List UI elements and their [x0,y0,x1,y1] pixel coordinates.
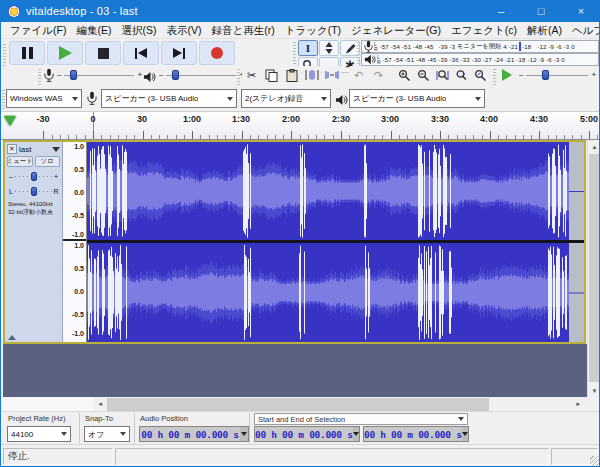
slider-track[interactable] [15,172,52,181]
chevron-down-icon[interactable] [240,427,248,441]
waveform-area[interactable] [87,142,584,342]
selection-tool-button[interactable]: I [298,40,318,56]
gain-slider[interactable]: – + [5,170,62,183]
pause-button[interactable] [9,41,45,65]
minimize-button[interactable]: – [481,0,521,22]
project-rate-dropdown[interactable]: 44100 [7,426,71,442]
play-button[interactable] [47,41,83,65]
play-speed-slider[interactable]: – + [519,66,596,84]
horizontal-scrollbar-thumb[interactable] [107,398,489,411]
cut-button[interactable]: ✂ [242,66,261,84]
selection-mode-dropdown[interactable]: Start and End of Selection [254,413,468,425]
playback-volume-slider[interactable]: – + [159,66,244,84]
slider-track[interactable] [526,70,588,80]
recording-volume-slider[interactable]: – + [57,66,142,84]
slider-knob[interactable] [542,70,549,80]
menu-item[interactable]: 編集(E) [71,22,116,38]
slider-knob[interactable] [31,187,37,196]
zoom-fit-button[interactable] [452,66,471,84]
audio-position-field[interactable]: 00 h 00 m 00.000 s [139,426,249,442]
slider-track[interactable] [166,70,236,80]
toolbar-grip[interactable] [38,67,41,85]
track-collapse-button[interactable] [8,335,16,340]
scroll-up-button[interactable]: ▴ [588,140,600,153]
vertical-scrollbar-thumb[interactable] [589,154,600,382]
track-menu-chevron-icon[interactable] [52,147,60,152]
toolbar-grip[interactable] [493,67,496,85]
selection-end-field[interactable]: 00 h 00 m 00.000 s [363,426,469,442]
track-name[interactable]: last [19,145,52,154]
close-button[interactable]: × [561,0,600,22]
skip-to-end-button[interactable] [161,41,197,65]
skip-to-start-button[interactable] [123,41,159,65]
menu-item[interactable]: ジェネレーター(G) [346,22,446,38]
mute-button[interactable]: ミュート [7,156,33,167]
timeline-tick [415,135,416,139]
zoom-in-button[interactable] [395,66,414,84]
stop-button[interactable] [85,41,121,65]
solo-button[interactable]: ソロ [35,156,61,167]
audio-host-dropdown[interactable]: Windows WAS [6,89,82,108]
zoom-out-icon [417,69,430,82]
scroll-left-button[interactable]: ◂ [93,398,107,411]
chevron-down-icon[interactable] [353,427,359,441]
menu-item[interactable]: ファイル(F) [5,22,71,38]
menu-item[interactable]: 表示(V) [161,22,206,38]
horizontal-scrollbar-track[interactable] [107,398,571,411]
zoom-selection-button[interactable] [433,66,452,84]
paste-button[interactable] [282,66,301,84]
chevron-down-icon[interactable] [462,427,468,441]
slider-knob[interactable] [70,70,77,80]
toolbar-grip[interactable] [237,67,240,85]
gain-minus-label: – [8,173,14,180]
timeline-tick [597,135,598,139]
vertical-ruler-channel[interactable]: 1.00.50.0-0.5-1.0 [63,142,86,241]
slider-track[interactable] [64,70,134,80]
record-button[interactable] [199,41,235,65]
vertical-scrollbar[interactable]: ▴ ▾ [587,140,600,397]
track-close-button[interactable]: ✕ [7,144,17,154]
zoom-out-button[interactable] [414,66,433,84]
vertical-ruler-channel[interactable]: 1.00.50.0-0.5-1.0 [63,241,86,340]
menu-item[interactable]: 録音と再生(r) [206,22,279,38]
resize-grip[interactable] [590,456,600,466]
envelope-tool-button[interactable] [319,40,339,56]
slider-knob[interactable] [31,172,37,181]
horizontal-scrollbar[interactable]: ◂ ▸ [1,397,600,411]
redo-button[interactable]: ↷ [369,66,388,84]
trim-audio-button[interactable] [302,66,321,84]
pan-slider[interactable]: L R [5,185,62,198]
silence-audio-button[interactable] [322,66,341,84]
recording-meter[interactable]: LR -57 -54 -51 -48 -45 -39 -3 モニターを開始 4 … [361,40,599,53]
zoom-toggle-button[interactable] [471,66,490,84]
project-rate-label: Project Rate (Hz) [8,414,66,423]
toolbar-grip[interactable] [2,90,5,109]
recording-channels-dropdown[interactable]: 2(ステレオ)録音 [241,89,331,108]
maximize-button[interactable]: □ [521,0,561,22]
toolbar-grip[interactable] [357,41,360,67]
menu-item[interactable]: 選択(S) [116,22,161,38]
toolbar-area: I ↔ ∗ LR -57 -54 -51 -48 -45 -39 -3 モニター… [1,39,600,112]
slider-track[interactable] [15,187,52,196]
scroll-down-button[interactable]: ▾ [588,384,600,397]
copy-button[interactable] [262,66,281,84]
vertical-scale-ruler[interactable]: 1.00.50.0-0.5-1.0 1.00.50.0-0.5-1.0 [63,142,87,342]
menu-item[interactable]: トラック(T) [280,22,346,38]
toolbar-grip[interactable] [3,42,6,66]
playback-meter[interactable]: LR -57 -54 -51 -48 -45 -39 -36 -33 -30 -… [361,53,599,66]
recording-device-dropdown[interactable]: スピーカー (3- USB Audio [101,89,237,108]
snap-to-dropdown[interactable]: オフ [84,426,130,442]
menu-item[interactable]: ヘルプ(H) [567,22,600,38]
scroll-right-button[interactable]: ▸ [571,398,585,411]
menu-item[interactable]: 解析(A) [522,22,567,38]
menu-item[interactable]: エフェクト(c) [446,22,522,38]
undo-button[interactable]: ↶ [349,66,368,84]
selection-start-field[interactable]: 00 h 00 m 00.000 s [254,426,360,442]
timeline-ruler[interactable]: -300301:001:302:002:303:003:304:004:305:… [1,112,600,140]
waveform-canvas[interactable] [87,142,584,342]
play-at-speed-button[interactable] [498,67,516,83]
pin-playhead-button[interactable] [4,116,16,126]
playback-device-dropdown[interactable]: スピーカー (3- USB Audio [349,89,485,108]
slider-knob[interactable] [172,70,179,80]
play-icon [59,46,72,60]
